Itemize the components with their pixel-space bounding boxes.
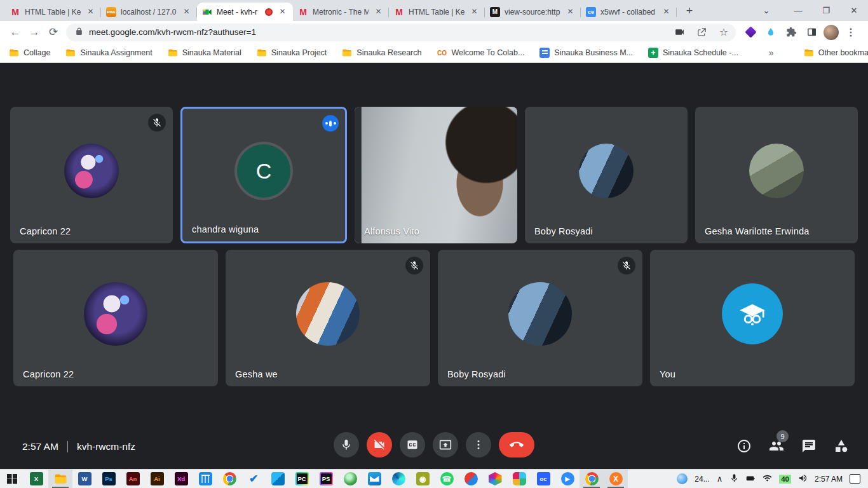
participant-tile-you[interactable]: You	[650, 250, 855, 386]
bookmark-colab[interactable]: CO Welcome To Colab...	[437, 48, 524, 58]
address-bar[interactable]: meet.google.com/kvh-rwcm-nfz?authuser=1 …	[66, 24, 736, 41]
bookmark-sinauka-assignment[interactable]: Sinauka Assignment	[65, 48, 152, 58]
mail-icon[interactable]	[362, 470, 386, 488]
participant-tile-capricon22[interactable]: Capricon 22	[10, 107, 173, 243]
photoshop-icon[interactable]: Ps	[97, 470, 121, 488]
calendar-app-icon[interactable]	[193, 470, 217, 488]
tab-close-icon[interactable]: ✕	[469, 6, 480, 17]
todo-check-icon[interactable]: ✔	[241, 470, 266, 488]
reload-button[interactable]: ⟳	[44, 24, 62, 41]
excel-icon[interactable]: X	[24, 470, 48, 488]
bookmark-star-icon[interactable]: ☆	[715, 24, 732, 41]
tab-close-icon[interactable]: ✕	[85, 6, 96, 17]
microphone-button[interactable]	[334, 432, 359, 458]
minimize-button[interactable]: —	[784, 0, 812, 21]
adobe-xd-icon[interactable]: Xd	[169, 470, 193, 488]
bookmark-sinauka-project[interactable]: Sinauka Project	[257, 48, 327, 58]
tab-collabedit[interactable]: ce x5wvf - collabed ✕	[581, 3, 677, 21]
xampp-icon[interactable]: X	[604, 470, 628, 488]
zoom-icon[interactable]: ▶	[555, 470, 580, 488]
close-window-button[interactable]: ✕	[840, 0, 868, 21]
activities-button[interactable]	[834, 438, 849, 454]
docs-icon	[539, 48, 550, 58]
sheets-icon	[648, 48, 658, 58]
maximize-button[interactable]: ❐	[812, 0, 840, 21]
new-tab-button[interactable]: +	[681, 2, 698, 20]
tab-localhost[interactable]: PMA localhost / 127.0. ✕	[101, 3, 197, 21]
other-bookmarks-folder[interactable]: Other bookmarks	[804, 48, 868, 58]
chat-button[interactable]	[801, 438, 817, 454]
tab-close-icon[interactable]: ✕	[661, 6, 672, 17]
camera-off-button[interactable]	[367, 432, 392, 458]
word-icon[interactable]: W	[72, 470, 97, 488]
participant-tile-gesha-warilotte[interactable]: Gesha Warilotte Erwinda	[695, 107, 858, 243]
oc-app-icon[interactable]: oc	[531, 470, 555, 488]
bookmark-sinauka-research[interactable]: Sinauka Research	[342, 48, 421, 58]
participant-tile-chandra-speaking[interactable]: C chandra wiguna	[180, 107, 347, 243]
chrome-running-icon[interactable]	[580, 470, 604, 488]
share-icon[interactable]	[693, 24, 710, 41]
tab-close-icon[interactable]: ✕	[565, 6, 576, 17]
phpstorm-icon[interactable]: PS	[314, 470, 338, 488]
illustrator-icon[interactable]: Ai	[145, 470, 169, 488]
back-button[interactable]: ←	[6, 24, 24, 41]
weather-icon[interactable]	[677, 473, 688, 484]
bookmarks-overflow-chevron-icon[interactable]: »	[769, 48, 773, 58]
chrome-icon[interactable]	[217, 470, 241, 488]
tab-search-chevron-icon[interactable]: ⌄	[754, 0, 779, 21]
battery-charging-icon[interactable]	[746, 473, 756, 485]
action-center-icon[interactable]	[850, 474, 860, 484]
tray-expand-chevron-icon[interactable]: ∧	[717, 474, 723, 484]
edge-icon[interactable]	[386, 470, 410, 488]
tab-metronic[interactable]: M Metronic - The M ✕	[293, 3, 389, 21]
green-app-icon[interactable]	[338, 470, 362, 488]
tab-close-icon[interactable]: ✕	[277, 6, 288, 17]
bookmark-sinauka-material[interactable]: Sinauka Material	[168, 48, 241, 58]
forward-button[interactable]: →	[25, 24, 43, 41]
url-text[interactable]: meet.google.com/kvh-rwcm-nfz?authuser=1	[89, 27, 665, 37]
battery-percent-badge[interactable]: 40	[779, 475, 791, 484]
tab-close-icon[interactable]: ✕	[373, 6, 384, 17]
vscode-icon[interactable]	[266, 470, 290, 488]
profile-avatar[interactable]	[824, 25, 839, 40]
more-options-button[interactable]	[466, 432, 491, 458]
wifi-icon[interactable]	[763, 473, 772, 485]
tab-html-table-1[interactable]: M HTML Table | Kee ✕	[5, 3, 101, 21]
participant-tile-boby-2[interactable]: Boby Rosyadi	[438, 250, 642, 386]
water-drop-extension-icon[interactable]	[763, 24, 779, 41]
file-explorer-icon[interactable]	[48, 470, 72, 488]
whatsapp-icon[interactable]: ☎	[435, 470, 459, 488]
tray-clock[interactable]: 2:57 AM	[815, 475, 843, 484]
start-button[interactable]	[0, 470, 24, 488]
purple-extension-icon[interactable]	[742, 24, 759, 41]
volume-icon[interactable]	[798, 473, 808, 485]
bookmark-sinauka-business[interactable]: Sinauka Business M...	[539, 48, 633, 58]
slack-icon[interactable]	[507, 470, 531, 488]
animate-icon[interactable]: An	[121, 470, 145, 488]
captions-button[interactable]	[400, 432, 425, 458]
participant-tile-capricon22-2[interactable]: Capricon 22	[13, 250, 218, 386]
bookmark-sinauka-schedule[interactable]: Sinauka Schedule -...	[648, 48, 738, 58]
leave-call-button[interactable]	[499, 432, 534, 458]
camera-in-use-icon[interactable]	[671, 24, 688, 41]
bookmark-collage[interactable]: Collage	[9, 48, 50, 58]
tab-meet-active[interactable]: Meet - kvh-r ✕	[197, 3, 293, 21]
tab-html-table-2[interactable]: M HTML Table | Kee ✕	[389, 3, 485, 21]
present-button[interactable]	[433, 432, 458, 458]
meeting-details-button[interactable]	[736, 438, 752, 454]
tab-view-source[interactable]: M view-source:http ✕	[485, 3, 581, 21]
extensions-puzzle-icon[interactable]	[783, 24, 799, 41]
lock-icon[interactable]	[75, 27, 83, 38]
tab-close-icon[interactable]: ✕	[181, 6, 192, 17]
side-panel-icon[interactable]	[803, 24, 820, 41]
participant-tile-gesha-we[interactable]: Gesha we	[226, 250, 430, 386]
tray-microphone-icon[interactable]	[729, 473, 739, 485]
participant-tile-alfonsus-video[interactable]: Alfonsus Vito	[355, 107, 517, 243]
pycharm-icon[interactable]: PC	[290, 470, 314, 488]
participant-tile-boby[interactable]: Boby Rosyadi	[525, 107, 688, 243]
browser-menu-icon[interactable]: ⋮	[843, 24, 859, 41]
participants-button[interactable]: 9	[769, 438, 784, 454]
hexagon-app-icon[interactable]	[483, 470, 507, 488]
camera-app-icon[interactable]: ◉	[410, 470, 435, 488]
drawing-app-icon[interactable]	[459, 470, 483, 488]
